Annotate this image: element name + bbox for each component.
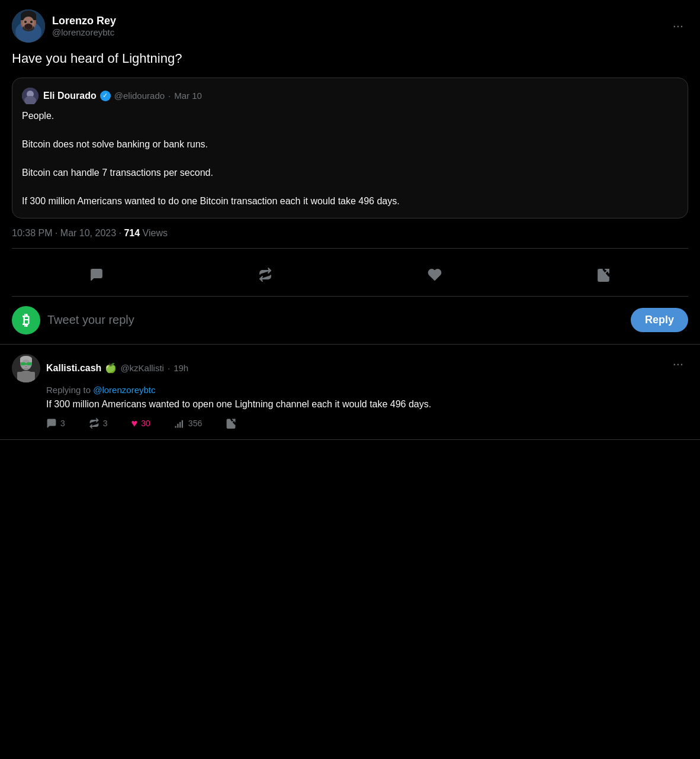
quoted-line-1: People. xyxy=(22,109,678,123)
replying-to-link[interactable]: @lorenzoreybtc xyxy=(93,385,155,395)
tweet-header: Lorenzo Rey @lorenzoreybtc ··· xyxy=(12,9,688,43)
author-info: Lorenzo Rey @lorenzoreybtc xyxy=(52,15,116,37)
comment-body: Replying to @lorenzoreybtc If 300 millio… xyxy=(12,385,688,430)
svg-rect-27 xyxy=(182,420,183,428)
quoted-line-2: Bitcoin does not solve banking or bank r… xyxy=(22,137,678,152)
comment-reply-button[interactable]: 3 xyxy=(46,418,65,429)
views-label-text: Views xyxy=(143,228,168,238)
reply-composer: ₿ Tweet your reply Reply xyxy=(0,297,700,345)
retweet-button[interactable] xyxy=(253,263,277,287)
comment-time: 19h xyxy=(174,363,188,373)
quoted-author-avatar xyxy=(22,88,38,104)
views-count: 714 xyxy=(124,228,140,238)
author-avatar[interactable] xyxy=(12,9,45,43)
comment-share-button[interactable] xyxy=(226,418,236,429)
svg-rect-23 xyxy=(17,372,35,382)
quoted-display-name: Eli Dourado xyxy=(43,91,97,101)
quoted-user-info: Eli Dourado ✓ @elidourado · Mar 10 xyxy=(43,91,202,101)
quoted-tweet-text: People. Bitcoin does not solve banking o… xyxy=(22,109,678,208)
comment-actions: 3 3 ♥ 30 xyxy=(46,417,688,430)
svg-rect-25 xyxy=(177,424,178,428)
quoted-date-value: Mar 10 xyxy=(174,91,202,101)
like-button[interactable] xyxy=(423,263,447,287)
quoted-tweet[interactable]: Eli Dourado ✓ @elidourado · Mar 10 Peopl… xyxy=(12,78,688,218)
author-display-name: Lorenzo Rey xyxy=(52,15,116,27)
comment-retweet-count: 3 xyxy=(103,419,108,428)
svg-rect-21 xyxy=(25,364,27,365)
svg-point-8 xyxy=(30,21,33,23)
reply-input[interactable]: Tweet your reply xyxy=(47,313,624,327)
quoted-line-3: Bitcoin can handle 7 transactions per se… xyxy=(22,166,678,180)
reply-button[interactable]: Reply xyxy=(631,308,688,332)
commenter-username: @kzKallisti xyxy=(120,363,164,373)
author-username: @lorenzoreybtc xyxy=(52,27,116,37)
commenter-display-name: Kallisti.cash xyxy=(46,363,101,374)
comment-more-options[interactable]: ··· xyxy=(668,354,688,374)
quoted-username: @elidourado xyxy=(114,91,165,101)
more-options-button[interactable]: ··· xyxy=(668,16,688,36)
svg-rect-26 xyxy=(179,422,181,428)
svg-point-7 xyxy=(24,21,27,23)
comment-like-button[interactable]: ♥ 30 xyxy=(131,417,150,430)
tweet-timestamp: 10:38 PM · Mar 10, 2023 xyxy=(12,228,116,238)
commenter-avatar[interactable] xyxy=(12,354,40,382)
like-heart-icon: ♥ xyxy=(131,417,138,430)
svg-point-10 xyxy=(24,24,33,30)
quoted-line-4: If 300 million Americans wanted to do on… xyxy=(22,194,678,208)
comment-reply-count: 3 xyxy=(60,419,65,428)
quoted-date: · xyxy=(168,91,171,101)
commenter-info: Kallisti.cash 🍏 @kzKallisti · 19h xyxy=(46,362,188,374)
comment-header-left: Kallisti.cash 🍏 @kzKallisti · 19h xyxy=(12,354,188,382)
comment-header: Kallisti.cash 🍏 @kzKallisti · 19h ··· xyxy=(12,354,688,382)
comment-views-button[interactable]: 356 xyxy=(174,418,202,429)
comment-views-count: 356 xyxy=(188,419,202,428)
tweet-container: Lorenzo Rey @lorenzoreybtc ··· Have you … xyxy=(0,0,700,297)
apple-emoji: 🍏 xyxy=(105,362,117,374)
quoted-tweet-header: Eli Dourado ✓ @elidourado · Mar 10 xyxy=(22,88,678,104)
comment-item: Kallisti.cash 🍏 @kzKallisti · 19h ··· Re… xyxy=(0,345,700,440)
tweet-meta: 10:38 PM · Mar 10, 2023 · 714 Views xyxy=(12,228,688,249)
comment-like-count: 30 xyxy=(141,419,150,428)
replying-to: Replying to @lorenzoreybtc xyxy=(46,385,688,395)
comment-retweet-button[interactable]: 3 xyxy=(89,418,108,429)
comment-text: If 300 million Americans wanted to open … xyxy=(46,397,688,411)
bitcoin-icon: ₿ xyxy=(23,312,30,329)
share-button[interactable] xyxy=(592,263,615,287)
comment-separator: · xyxy=(168,363,170,373)
svg-rect-19 xyxy=(21,362,25,365)
verified-badge: ✓ xyxy=(100,91,111,101)
reply-input-area: Tweet your reply Reply xyxy=(47,308,688,332)
tweet-header-left: Lorenzo Rey @lorenzoreybtc xyxy=(12,9,116,43)
comment-button[interactable] xyxy=(85,263,108,287)
svg-rect-20 xyxy=(27,362,31,365)
svg-rect-24 xyxy=(175,426,176,428)
tweet-text: Have you heard of Lightning? xyxy=(12,50,688,68)
reply-composer-avatar: ₿ xyxy=(12,306,40,335)
action-bar xyxy=(12,258,688,297)
